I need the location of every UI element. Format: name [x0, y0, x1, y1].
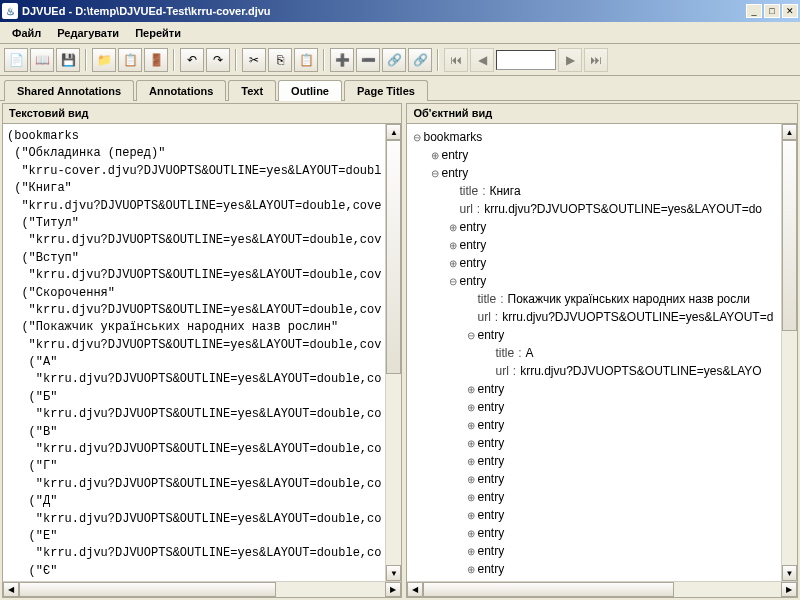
collapse-icon[interactable]: ⊖ [465, 328, 477, 343]
expand-icon[interactable]: ⊕ [447, 238, 459, 253]
redo-button[interactable]: ↷ [206, 48, 230, 72]
scroll-left-button[interactable]: ◀ [3, 582, 19, 597]
tree-node[interactable]: ⊕entry [411, 416, 777, 434]
next-page-button[interactable]: ▶ [558, 48, 582, 72]
expand-icon[interactable]: ⊕ [465, 400, 477, 415]
new-button[interactable]: 📄 [4, 48, 28, 72]
link-button[interactable]: 🔗 [382, 48, 406, 72]
expand-icon[interactable]: ⊕ [465, 562, 477, 577]
tree-node[interactable]: ⊕entry [411, 434, 777, 452]
expand-icon[interactable]: ⊕ [447, 256, 459, 271]
folder-button[interactable]: 📁 [92, 48, 116, 72]
minimize-button[interactable]: _ [746, 4, 762, 18]
copy-folder-button[interactable]: 📋 [118, 48, 142, 72]
tree-root[interactable]: ⊖bookmarks [411, 128, 777, 146]
tree-node[interactable]: ⊕entry [411, 236, 777, 254]
scroll-track[interactable] [423, 582, 781, 597]
cut-button[interactable]: ✂ [242, 48, 266, 72]
scroll-thumb[interactable] [386, 140, 401, 374]
tree-node[interactable]: ⊕entry [411, 218, 777, 236]
expand-icon[interactable]: ⊕ [429, 148, 441, 163]
save-button[interactable]: 💾 [56, 48, 80, 72]
copy-button[interactable]: ⎘ [268, 48, 292, 72]
scroll-down-button[interactable]: ▼ [386, 565, 401, 581]
expand-icon[interactable]: ⊕ [465, 472, 477, 487]
expand-icon[interactable]: ⊕ [465, 418, 477, 433]
tree-node[interactable]: ⊕entry [411, 506, 777, 524]
undo-button[interactable]: ↶ [180, 48, 204, 72]
tab-bar: Shared Annotations Annotations Text Outl… [0, 76, 800, 100]
tree-node[interactable]: ⊖entry [411, 164, 777, 182]
tab-shared-annotations[interactable]: Shared Annotations [4, 80, 134, 101]
paste-button[interactable]: 📋 [294, 48, 318, 72]
scroll-left-button[interactable]: ◀ [407, 582, 423, 597]
collapse-icon[interactable]: ⊖ [411, 130, 423, 145]
vertical-scrollbar[interactable]: ▲ ▼ [781, 124, 797, 581]
menu-edit[interactable]: Редагувати [49, 24, 127, 42]
scroll-thumb[interactable] [423, 582, 673, 597]
vertical-scrollbar[interactable]: ▲ ▼ [385, 124, 401, 581]
tree-node[interactable]: ⊕entry [411, 146, 777, 164]
tree-node[interactable]: ⊕entry [411, 542, 777, 560]
scroll-thumb[interactable] [782, 140, 797, 331]
add-button[interactable]: ➕ [330, 48, 354, 72]
open-button[interactable]: 📖 [30, 48, 54, 72]
expand-icon[interactable]: ⊕ [465, 508, 477, 523]
tree-node[interactable]: ⊕entry [411, 398, 777, 416]
text-view-content[interactable]: (bookmarks ("Обкладинка (перед)" "krru-c… [3, 124, 385, 581]
tree-leaf[interactable]: title:Покажчик українських народних назв… [411, 290, 777, 308]
collapse-icon[interactable]: ⊖ [447, 274, 459, 289]
tab-page-titles[interactable]: Page Titles [344, 80, 428, 101]
page-input[interactable] [496, 50, 556, 70]
menu-file[interactable]: Файл [4, 24, 49, 42]
scroll-track[interactable] [19, 582, 385, 597]
tree-view[interactable]: ⊖bookmarks ⊕entry ⊖entry title:Книга url… [407, 124, 781, 581]
collapse-icon[interactable]: ⊖ [429, 166, 441, 181]
expand-icon[interactable]: ⊕ [465, 490, 477, 505]
tree-node[interactable]: ⊕entry [411, 578, 777, 581]
expand-icon[interactable]: ⊕ [447, 220, 459, 235]
scroll-right-button[interactable]: ▶ [385, 582, 401, 597]
exit-button[interactable]: 🚪 [144, 48, 168, 72]
close-button[interactable]: ✕ [782, 4, 798, 18]
prev-page-button[interactable]: ◀ [470, 48, 494, 72]
tree-node[interactable]: ⊕entry [411, 488, 777, 506]
tree-node[interactable]: ⊖entry [411, 272, 777, 290]
tree-node[interactable]: ⊕entry [411, 470, 777, 488]
scroll-thumb[interactable] [19, 582, 276, 597]
tree-leaf[interactable]: url:krru.djvu?DJVUOPTS&OUTLINE=yes&LAYOU… [411, 200, 777, 218]
tab-annotations[interactable]: Annotations [136, 80, 226, 101]
tree-node[interactable]: ⊕entry [411, 452, 777, 470]
maximize-button[interactable]: □ [764, 4, 780, 18]
tab-outline[interactable]: Outline [278, 80, 342, 101]
expand-icon[interactable]: ⊕ [465, 436, 477, 451]
expand-icon[interactable]: ⊕ [465, 580, 477, 582]
scroll-up-button[interactable]: ▲ [782, 124, 797, 140]
tree-leaf[interactable]: url:krru.djvu?DJVUOPTS&OUTLINE=yes&LAYO [411, 362, 777, 380]
scroll-track[interactable] [386, 140, 401, 565]
tree-node[interactable]: ⊕entry [411, 524, 777, 542]
tree-node[interactable]: ⊕entry [411, 380, 777, 398]
expand-icon[interactable]: ⊕ [465, 544, 477, 559]
horizontal-scrollbar[interactable]: ◀ ▶ [407, 581, 797, 597]
tree-node[interactable]: ⊕entry [411, 254, 777, 272]
tree-leaf[interactable]: title:Книга [411, 182, 777, 200]
tree-leaf[interactable]: title:А [411, 344, 777, 362]
scroll-right-button[interactable]: ▶ [781, 582, 797, 597]
expand-icon[interactable]: ⊕ [465, 382, 477, 397]
tab-text[interactable]: Text [228, 80, 276, 101]
horizontal-scrollbar[interactable]: ◀ ▶ [3, 581, 401, 597]
expand-icon[interactable]: ⊕ [465, 454, 477, 469]
scroll-down-button[interactable]: ▼ [782, 565, 797, 581]
last-page-button[interactable]: ⏭ [584, 48, 608, 72]
scroll-track[interactable] [782, 140, 797, 565]
link2-button[interactable]: 🔗 [408, 48, 432, 72]
menu-go[interactable]: Перейти [127, 24, 189, 42]
tree-leaf[interactable]: url:krru.djvu?DJVUOPTS&OUTLINE=yes&LAYOU… [411, 308, 777, 326]
expand-icon[interactable]: ⊕ [465, 526, 477, 541]
scroll-up-button[interactable]: ▲ [386, 124, 401, 140]
tree-node[interactable]: ⊕entry [411, 560, 777, 578]
first-page-button[interactable]: ⏮ [444, 48, 468, 72]
remove-button[interactable]: ➖ [356, 48, 380, 72]
tree-node[interactable]: ⊖entry [411, 326, 777, 344]
